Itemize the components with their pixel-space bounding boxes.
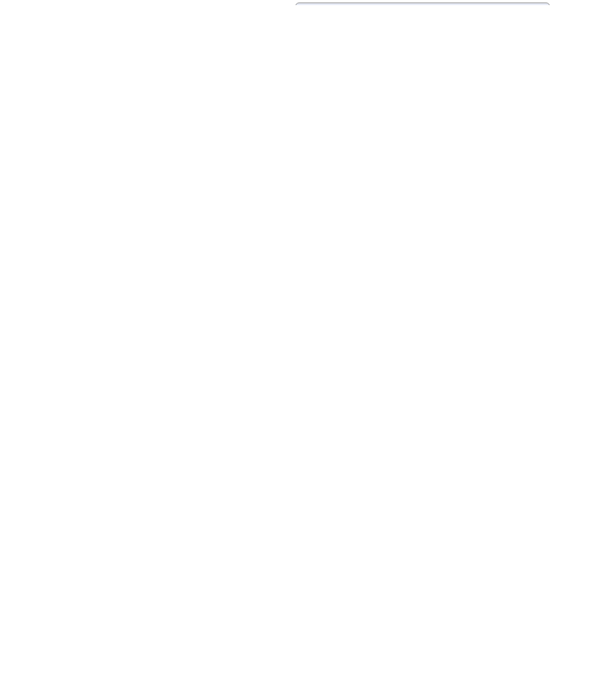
imaging-job-desc-caps-type: CT ImagingJobDescriptionCapabilitiesType… [295, 3, 550, 5]
